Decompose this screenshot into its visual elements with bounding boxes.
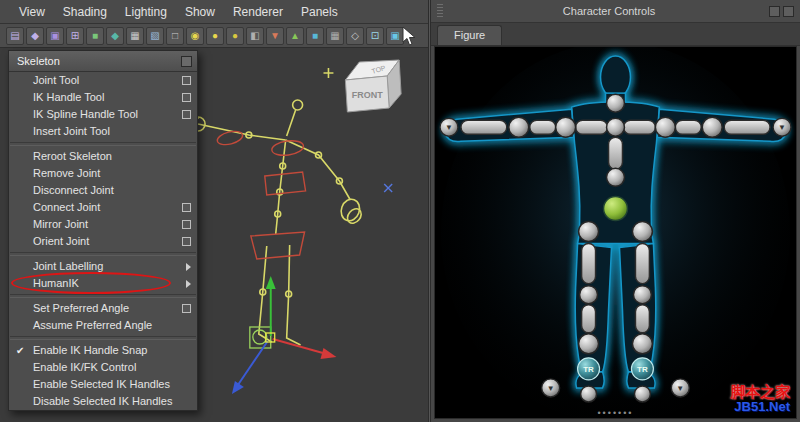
- left-foot-tr-control[interactable]: TR: [578, 358, 600, 380]
- menu-item-label: IK Handle Tool: [33, 91, 104, 103]
- pole-vector-marker: [384, 184, 392, 192]
- menu-item[interactable]: IK Spline Handle Tool: [9, 106, 197, 123]
- toolbar-icon[interactable]: ◇: [346, 27, 364, 45]
- left-shoulder-control: [556, 117, 576, 137]
- menu-item-adornment-icon[interactable]: [183, 127, 191, 135]
- menu-tearoff-box-icon[interactable]: [181, 56, 192, 67]
- menu-item-adornment-icon[interactable]: [183, 363, 191, 371]
- menu-item-adornment-icon[interactable]: [182, 110, 191, 119]
- move-manipulator[interactable]: [232, 276, 337, 394]
- menu-item-label: Disable Selected IK Handles: [33, 395, 172, 407]
- menu-item-adornment-icon[interactable]: [183, 169, 191, 177]
- menu-item-adornment-icon[interactable]: [182, 203, 191, 212]
- toolbar-icon[interactable]: ▧: [146, 27, 164, 45]
- menu-item-adornment-icon[interactable]: [183, 346, 191, 354]
- menu-item[interactable]: Enable IK/FK Control: [9, 359, 197, 376]
- menu-item[interactable]: Reroot Skeleton: [9, 148, 197, 165]
- skeleton-rig[interactable]: [191, 68, 364, 345]
- toolbar-icon[interactable]: ▣: [46, 27, 64, 45]
- toolbar-icon[interactable]: ●: [206, 27, 224, 45]
- panel-menu-buttons: [769, 6, 794, 17]
- menubar-item[interactable]: View: [10, 0, 54, 24]
- menubar-item[interactable]: Renderer: [224, 0, 292, 24]
- menu-item-label: IK Spline Handle Tool: [33, 108, 138, 120]
- menu-item[interactable]: Disconnect Joint: [9, 182, 197, 199]
- menu-item-adornment-icon[interactable]: [183, 262, 191, 270]
- right-elbow-control: [702, 117, 722, 137]
- menu-item[interactable]: Orient Joint: [9, 233, 197, 250]
- toolbar-icon[interactable]: ◧: [246, 27, 264, 45]
- menubar-item[interactable]: Panels: [292, 0, 347, 24]
- menubar-item[interactable]: Lighting: [116, 0, 176, 24]
- menu-item-adornment-icon[interactable]: [183, 397, 191, 405]
- panel-title: Character Controls: [449, 5, 769, 17]
- hips-control-selected[interactable]: [604, 196, 628, 220]
- right-foot-tr-control[interactable]: TR: [631, 358, 653, 380]
- menu-item-label: Joint Tool: [33, 74, 79, 86]
- toolbar-icon[interactable]: ▲: [286, 27, 304, 45]
- toolbar-icon[interactable]: ▼: [266, 27, 284, 45]
- left-elbow-control: [509, 117, 529, 137]
- menu-item[interactable]: Mirror Joint: [9, 216, 197, 233]
- skeleton-menu: Skeleton Joint Tool IK Handle Tool: [8, 50, 198, 411]
- menu-item[interactable]: HumanIK: [9, 275, 197, 292]
- neck-control: [607, 94, 625, 112]
- toolbar-icon[interactable]: ▦: [326, 27, 344, 45]
- checkmark-icon: [16, 342, 24, 359]
- menu-item-adornment-icon[interactable]: [183, 321, 191, 329]
- figure-view[interactable]: TR TR ▼ ▼ ▼ ▼: [434, 46, 797, 419]
- menu-item[interactable]: IK Handle Tool: [9, 89, 197, 106]
- menu-item-adornment-icon[interactable]: [183, 380, 191, 388]
- menu-item-adornment-icon[interactable]: [182, 220, 191, 229]
- menu-item-adornment-icon[interactable]: [183, 279, 191, 287]
- viewport-pane: View Shading Lighting Show Renderer Pane…: [0, 0, 428, 422]
- toolbar-icon[interactable]: □: [166, 27, 184, 45]
- spine-control: [607, 168, 625, 186]
- tab-figure[interactable]: Figure: [437, 25, 502, 45]
- menu-separator: [10, 142, 196, 146]
- toolbar-icon[interactable]: ⊡: [366, 27, 384, 45]
- skeleton-menu-title[interactable]: Skeleton: [9, 51, 197, 72]
- menu-item-adornment-icon[interactable]: [183, 152, 191, 160]
- toolbar-icon[interactable]: ◉: [186, 27, 204, 45]
- toolbar-icon[interactable]: ●: [226, 27, 244, 45]
- toolbar-icon[interactable]: ◆: [106, 27, 124, 45]
- menu-item-label: Disconnect Joint: [33, 184, 114, 196]
- menu-item[interactable]: Enable Selected IK Handles: [9, 376, 197, 393]
- menu-item[interactable]: Enable IK Handle Snap: [9, 342, 197, 359]
- menu-item-adornment-icon[interactable]: [182, 304, 191, 313]
- menu-item[interactable]: Disable Selected IK Handles: [9, 393, 197, 410]
- menu-item[interactable]: Set Preferred Angle: [9, 300, 197, 317]
- menu-item-adornment-icon[interactable]: [182, 237, 191, 246]
- menu-item[interactable]: Joint Tool: [9, 72, 197, 89]
- menu-item-adornment-icon[interactable]: [183, 186, 191, 194]
- menu-item-label: Insert Joint Tool: [33, 125, 110, 137]
- left-knee-control: [580, 286, 598, 304]
- toolbar-icon[interactable]: ⊞: [66, 27, 84, 45]
- toolbar-icon[interactable]: ◆: [26, 27, 44, 45]
- view-cube[interactable]: FRONT TOP: [345, 60, 401, 112]
- chest-control: [607, 118, 625, 136]
- menubar-item[interactable]: Show: [176, 0, 224, 24]
- menu-item[interactable]: Connect Joint: [9, 199, 197, 216]
- menu-item-label: Assume Preferred Angle: [33, 319, 152, 331]
- menubar-item[interactable]: Shading: [54, 0, 116, 24]
- panel-grip-icon[interactable]: [437, 4, 443, 18]
- toolbar-icon[interactable]: ▦: [126, 27, 144, 45]
- menu-item[interactable]: Joint Labelling: [9, 258, 197, 275]
- toolbar-icon[interactable]: ▤: [6, 27, 24, 45]
- menu-item-label: Set Preferred Angle: [33, 302, 129, 314]
- panel-option-icon[interactable]: [769, 6, 780, 17]
- menu-item-adornment-icon[interactable]: [182, 76, 191, 85]
- skeleton-menu-items: Joint Tool IK Handle Tool IK Spline Hand…: [9, 72, 197, 410]
- toolbar-icon[interactable]: ■: [306, 27, 324, 45]
- menu-item[interactable]: Insert Joint Tool: [9, 123, 197, 140]
- toolbar-icon[interactable]: ■: [86, 27, 104, 45]
- menu-item[interactable]: Remove Joint: [9, 165, 197, 182]
- panel-close-icon[interactable]: [783, 6, 794, 17]
- rig-control-rings[interactable]: [216, 129, 306, 259]
- menu-item-adornment-icon[interactable]: [182, 93, 191, 102]
- menu-item[interactable]: Assume Preferred Angle: [9, 317, 197, 334]
- menu-item-label: Joint Labelling: [33, 260, 103, 272]
- selection-highlight: [250, 327, 271, 348]
